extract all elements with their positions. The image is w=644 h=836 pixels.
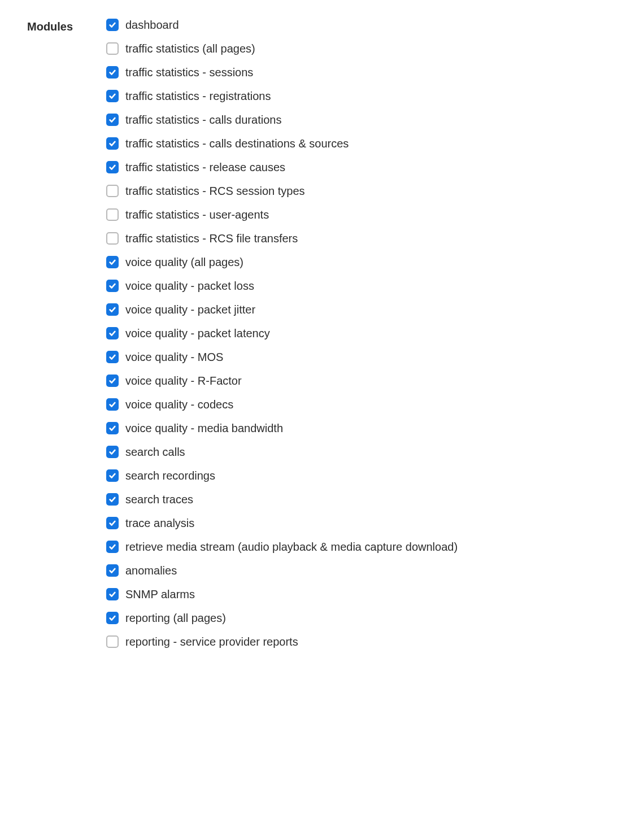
section-label: Modules (27, 18, 106, 33)
checkbox-item[interactable]: traffic statistics - calls destinations … (106, 137, 617, 150)
check-icon (108, 495, 116, 503)
checkbox-label: voice quality - codecs (125, 398, 233, 411)
checkbox-checked[interactable] (106, 588, 119, 600)
checkbox-checked[interactable] (106, 469, 119, 482)
check-icon (108, 329, 116, 337)
checkbox-label: traffic statistics - RCS session types (125, 184, 305, 198)
checkbox-label: anomalies (125, 564, 177, 577)
checkbox-item[interactable]: search traces (106, 493, 617, 506)
check-icon (108, 377, 116, 385)
checkbox-label: SNMP alarms (125, 587, 195, 601)
checkbox-label: traffic statistics (all pages) (125, 42, 255, 55)
checkbox-unchecked[interactable] (106, 42, 119, 55)
checkbox-label: trace analysis (125, 516, 194, 530)
checkbox-item[interactable]: reporting (all pages) (106, 611, 617, 625)
checkbox-item[interactable]: dashboard (106, 18, 617, 32)
check-icon (108, 614, 116, 622)
modules-section: Modules dashboardtraffic statistics (all… (27, 18, 617, 648)
check-icon (108, 353, 116, 361)
checkbox-list: dashboardtraffic statistics (all pages)t… (106, 18, 617, 648)
check-icon (108, 400, 116, 408)
checkbox-checked[interactable] (106, 564, 119, 577)
check-icon (108, 543, 116, 551)
checkbox-checked[interactable] (106, 280, 119, 292)
checkbox-item[interactable]: traffic statistics - release causes (106, 160, 617, 174)
checkbox-label: traffic statistics - user-agents (125, 208, 269, 221)
checkbox-unchecked[interactable] (106, 635, 119, 648)
check-icon (108, 68, 116, 76)
checkbox-item[interactable]: anomalies (106, 564, 617, 577)
checkbox-item[interactable]: traffic statistics - calls durations (106, 113, 617, 127)
check-icon (108, 163, 116, 171)
check-icon (108, 519, 116, 527)
checkbox-checked[interactable] (106, 66, 119, 79)
checkbox-label: traffic statistics - calls durations (125, 113, 281, 127)
checkbox-item[interactable]: SNMP alarms (106, 587, 617, 601)
checkbox-item[interactable]: voice quality - R-Factor (106, 374, 617, 387)
checkbox-item[interactable]: voice quality - packet latency (106, 326, 617, 340)
checkbox-label: traffic statistics - calls destinations … (125, 137, 349, 150)
checkbox-item[interactable]: search recordings (106, 469, 617, 482)
checkbox-checked[interactable] (106, 517, 119, 529)
checkbox-item[interactable]: traffic statistics (all pages) (106, 42, 617, 55)
checkbox-label: traffic statistics - sessions (125, 66, 253, 79)
checkbox-checked[interactable] (106, 493, 119, 506)
checkbox-checked[interactable] (106, 375, 119, 387)
checkbox-item[interactable]: trace analysis (106, 516, 617, 530)
checkbox-label: search calls (125, 445, 185, 459)
checkbox-checked[interactable] (106, 327, 119, 339)
checkbox-item[interactable]: traffic statistics - user-agents (106, 208, 617, 221)
checkbox-checked[interactable] (106, 541, 119, 553)
checkbox-item[interactable]: voice quality - codecs (106, 398, 617, 411)
checkbox-checked[interactable] (106, 114, 119, 126)
checkbox-item[interactable]: search calls (106, 445, 617, 459)
checkbox-checked[interactable] (106, 137, 119, 150)
checkbox-checked[interactable] (106, 351, 119, 363)
checkbox-checked[interactable] (106, 256, 119, 268)
checkbox-unchecked[interactable] (106, 185, 119, 197)
checkbox-item[interactable]: reporting - service provider reports (106, 635, 617, 648)
checkbox-label: voice quality - media bandwidth (125, 421, 283, 435)
checkbox-checked[interactable] (106, 612, 119, 624)
checkbox-item[interactable]: voice quality (all pages) (106, 255, 617, 269)
checkbox-label: reporting - service provider reports (125, 635, 298, 648)
check-icon (108, 448, 116, 456)
checkbox-label: voice quality (all pages) (125, 255, 243, 269)
checkbox-item[interactable]: retrieve media stream (audio playback & … (106, 540, 617, 554)
checkbox-checked[interactable] (106, 161, 119, 173)
checkbox-label: voice quality - packet loss (125, 279, 254, 293)
checkbox-item[interactable]: traffic statistics - RCS session types (106, 184, 617, 198)
check-icon (108, 258, 116, 266)
checkbox-item[interactable]: voice quality - MOS (106, 350, 617, 364)
check-icon (108, 116, 116, 124)
checkbox-label: voice quality - R-Factor (125, 374, 242, 387)
checkbox-label: voice quality - packet latency (125, 326, 270, 340)
checkbox-checked[interactable] (106, 422, 119, 434)
check-icon (108, 567, 116, 574)
check-icon (108, 140, 116, 147)
check-icon (108, 282, 116, 290)
checkbox-checked[interactable] (106, 398, 119, 411)
checkbox-item[interactable]: voice quality - packet loss (106, 279, 617, 293)
checkbox-checked[interactable] (106, 90, 119, 102)
check-icon (108, 92, 116, 100)
checkbox-item[interactable]: voice quality - media bandwidth (106, 421, 617, 435)
checkbox-label: dashboard (125, 18, 179, 32)
checkbox-label: voice quality - packet jitter (125, 303, 255, 316)
checkbox-item[interactable]: traffic statistics - RCS file transfers (106, 232, 617, 245)
checkbox-checked[interactable] (106, 19, 119, 31)
checkbox-label: search traces (125, 493, 193, 506)
checkbox-unchecked[interactable] (106, 208, 119, 221)
checkbox-checked[interactable] (106, 446, 119, 458)
checkbox-label: search recordings (125, 469, 215, 482)
checkbox-label: voice quality - MOS (125, 350, 223, 364)
checkbox-item[interactable]: traffic statistics - sessions (106, 66, 617, 79)
checkbox-label: traffic statistics - RCS file transfers (125, 232, 298, 245)
checkbox-label: reporting (all pages) (125, 611, 226, 625)
checkbox-item[interactable]: voice quality - packet jitter (106, 303, 617, 316)
checkbox-unchecked[interactable] (106, 232, 119, 245)
checkbox-checked[interactable] (106, 303, 119, 316)
checkbox-label: traffic statistics - registrations (125, 89, 271, 103)
check-icon (108, 424, 116, 432)
checkbox-item[interactable]: traffic statistics - registrations (106, 89, 617, 103)
